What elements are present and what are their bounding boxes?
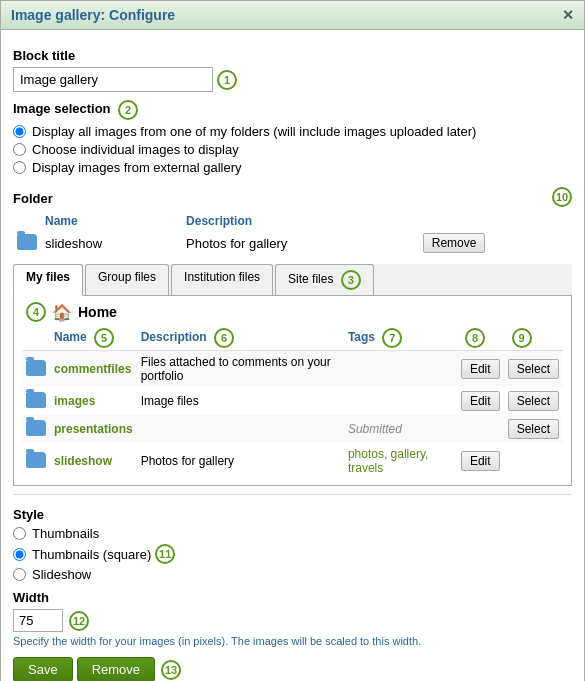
style-option-3: Slideshow	[13, 567, 572, 582]
badge-2: 2	[118, 100, 138, 120]
folder-row-remove: Remove	[419, 230, 572, 256]
row4-edit-button[interactable]: Edit	[461, 451, 500, 471]
folder-table: Name Description slideshow Photos for ga…	[13, 212, 572, 256]
table-row: presentations Submitted Select	[22, 415, 563, 443]
row2-name: images	[50, 387, 137, 415]
row3-icon	[22, 415, 50, 443]
badge-7: 7	[382, 328, 402, 348]
save-button[interactable]: Save	[13, 657, 73, 681]
tab-site-files[interactable]: Site files 3	[275, 264, 374, 295]
divider	[13, 494, 572, 495]
row4-name-link[interactable]: slideshow	[54, 454, 112, 468]
close-button[interactable]: ✕	[562, 7, 574, 23]
radio-thumbnails-square[interactable]	[13, 548, 26, 561]
folder-row-icon	[13, 230, 41, 256]
folder-icon	[26, 360, 46, 376]
radio-individual-images[interactable]	[13, 143, 26, 156]
row1-select-button[interactable]: Select	[508, 359, 559, 379]
folder-icon	[26, 452, 46, 468]
row4-edit: Edit	[457, 443, 504, 479]
block-title-row: 1	[13, 67, 572, 92]
block-title-input[interactable]	[13, 67, 213, 92]
row2-edit-button[interactable]: Edit	[461, 391, 500, 411]
width-input-row: 12	[13, 609, 572, 632]
folder-row-desc: Photos for gallery	[182, 230, 419, 256]
radio-all-images[interactable]	[13, 125, 26, 138]
width-label: Width	[13, 590, 572, 605]
image-selection-option-2: Choose individual images to display	[13, 142, 572, 157]
radio-external-gallery[interactable]	[13, 161, 26, 174]
row3-select-button[interactable]: Select	[508, 419, 559, 439]
tab-group-files[interactable]: Group files	[85, 264, 169, 295]
remove-button[interactable]: Remove	[77, 657, 155, 681]
table-row: slideshow Photos for gallery photos, gal…	[22, 443, 563, 479]
row2-desc: Image files	[137, 387, 344, 415]
badge-8: 8	[465, 328, 485, 348]
tabs-bar: My files Group files Institution files S…	[13, 264, 572, 296]
bottom-buttons: Save Remove 13	[13, 657, 572, 681]
row2-tags	[344, 387, 457, 415]
row1-select: Select	[504, 351, 563, 388]
dialog-body: Block title 1 Image selection 2 Display …	[1, 30, 584, 681]
badge-5: 5	[94, 328, 114, 348]
style-option-2: Thumbnails (square) 11	[13, 544, 572, 564]
home-label: Home	[78, 304, 117, 320]
folder-label: Folder	[13, 191, 53, 206]
row1-tags	[344, 351, 457, 388]
radio-slideshow[interactable]	[13, 568, 26, 581]
radio-thumbnails[interactable]	[13, 527, 26, 540]
files-panel: 4 🏠 Home Name 5 Description	[13, 296, 572, 486]
files-table: Name 5 Description 6 Tags 7	[22, 326, 563, 479]
width-input[interactable]	[13, 609, 63, 632]
home-header: 4 🏠 Home	[22, 302, 563, 322]
badge-10: 10	[552, 187, 572, 207]
badge-6: 6	[214, 328, 234, 348]
style-section: Style Thumbnails Thumbnails (square) 11 …	[13, 507, 572, 582]
tab-my-files[interactable]: My files	[13, 264, 83, 296]
badge-11: 11	[155, 544, 175, 564]
row3-name: presentations	[50, 415, 137, 443]
block-title-label: Block title	[13, 48, 572, 63]
row2-name-link[interactable]: images	[54, 394, 95, 408]
row3-edit	[457, 415, 504, 443]
row4-tags: photos, gallery, travels	[344, 443, 457, 479]
row3-tags: Submitted	[344, 415, 457, 443]
configure-dialog: Image gallery: Configure ✕ Block title 1…	[0, 0, 585, 681]
row4-desc: Photos for gallery	[137, 443, 344, 479]
row2-select-button[interactable]: Select	[508, 391, 559, 411]
row3-name-link[interactable]: presentations	[54, 422, 133, 436]
image-selection-option-1: Display all images from one of my folder…	[13, 124, 572, 139]
row1-name: commentfiles	[50, 351, 137, 388]
folder-icon	[26, 392, 46, 408]
badge-13: 13	[161, 660, 181, 680]
folder-remove-button[interactable]: Remove	[423, 233, 486, 253]
home-icon: 🏠	[52, 303, 72, 322]
image-selection-label: Image selection 2	[13, 100, 572, 120]
row1-edit-button[interactable]: Edit	[461, 359, 500, 379]
row2-edit: Edit	[457, 387, 504, 415]
row2-icon	[22, 387, 50, 415]
folder-row: slideshow Photos for gallery Remove	[13, 230, 572, 256]
badge-9: 9	[512, 328, 532, 348]
row1-edit: Edit	[457, 351, 504, 388]
style-label: Style	[13, 507, 572, 522]
row1-desc: Files attached to comments on your portf…	[137, 351, 344, 388]
files-col-desc: Description 6	[137, 326, 344, 351]
tab-institution-files[interactable]: Institution files	[171, 264, 273, 295]
badge-1: 1	[217, 70, 237, 90]
badge-12: 12	[69, 611, 89, 631]
row1-name-link[interactable]: commentfiles	[54, 362, 131, 376]
files-col-tags: Tags 7	[344, 326, 457, 351]
files-col-select: 9	[504, 326, 563, 351]
files-col-icon	[22, 326, 50, 351]
image-selection-option-3: Display images from external gallery	[13, 160, 572, 175]
submitted-label: Submitted	[348, 422, 402, 436]
folder-header: Folder 10	[13, 183, 572, 210]
files-col-edit: 8	[457, 326, 504, 351]
row3-desc	[137, 415, 344, 443]
table-row: commentfiles Files attached to comments …	[22, 351, 563, 388]
row4-icon	[22, 443, 50, 479]
badge-4: 4	[26, 302, 46, 322]
folder-col-name: Name	[41, 212, 182, 230]
badge-3: 3	[341, 270, 361, 290]
